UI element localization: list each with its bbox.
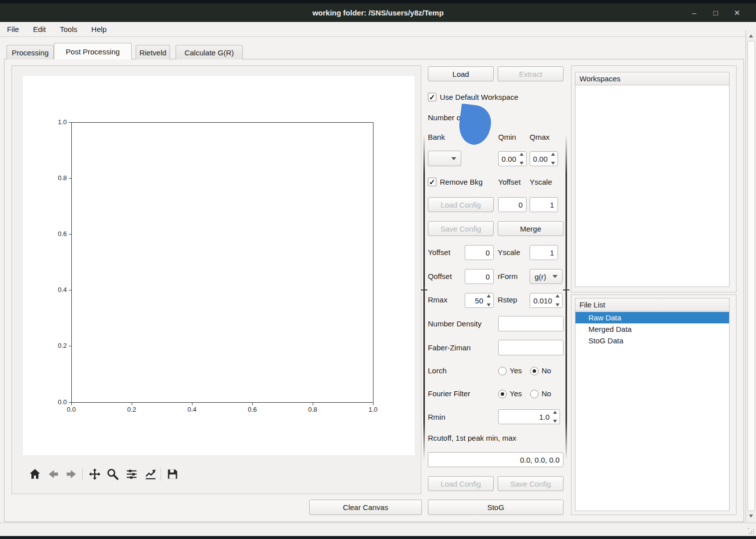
x-tick-label: 0.6: [244, 406, 261, 413]
titlebar[interactable]: working folder: /SNS/users/y8z/Temp: [0, 3, 756, 22]
resize-grip[interactable]: [748, 528, 754, 534]
lorch-label: Lorch: [428, 366, 447, 375]
spin-up-icon[interactable]: [553, 411, 557, 414]
tab-calculate-gr[interactable]: Calculate G(R): [176, 45, 243, 59]
workspaces-list[interactable]: [575, 85, 730, 287]
clear-canvas-button[interactable]: Clear Canvas: [309, 500, 422, 515]
splitter-move-icon: [563, 286, 569, 293]
extract-button: Extract: [498, 66, 564, 81]
merge-button[interactable]: Merge: [498, 221, 564, 236]
rmin-spinbox[interactable]: 1.0: [498, 409, 560, 424]
rstep-spin-buttons[interactable]: [554, 294, 561, 306]
qoffset-label: Qoffset: [428, 272, 452, 280]
left-splitter-handle[interactable]: [423, 135, 425, 460]
qmax-label: Qmax: [530, 133, 550, 141]
x-tick-label: 0.2: [123, 406, 140, 413]
x-tickmark: [192, 403, 192, 405]
rcutoff-label: Rcutoff, 1st peak min, max: [428, 434, 516, 442]
spin-up-icon[interactable]: [487, 294, 491, 297]
home-icon[interactable]: [28, 468, 41, 481]
qmin-spin-buttons[interactable]: [518, 153, 525, 165]
file-list-header: File List: [575, 298, 730, 311]
x-tick-label: 0.4: [184, 406, 200, 413]
file-list-item-merged-data[interactable]: Merged Data: [575, 323, 729, 335]
remove-bkg-checkbox[interactable]: ✓: [428, 178, 436, 186]
spin-up-icon[interactable]: [520, 153, 524, 156]
zoom-icon[interactable]: [106, 468, 119, 481]
tab-processing[interactable]: Processing: [6, 45, 54, 59]
lorch-no-label: No: [542, 366, 551, 375]
file-list-item-raw-data[interactable]: Raw Data: [575, 312, 729, 323]
lorch-no-radio[interactable]: [530, 367, 539, 375]
spin-down-icon[interactable]: [556, 303, 560, 306]
toolbar-separator: [161, 468, 161, 481]
file-list-item-stog-data[interactable]: StoG Data: [575, 335, 729, 346]
fourier-filter-yes-label: Yes: [510, 389, 522, 398]
forward-icon[interactable]: [65, 468, 78, 481]
splitter-move-icon: [421, 286, 427, 293]
rmax-spin-buttons[interactable]: [485, 294, 492, 306]
bkg-yoffset-field[interactable]: 0: [498, 197, 527, 212]
scrollbar-thumb[interactable]: [748, 41, 755, 511]
toolbar-separator: [82, 468, 83, 481]
use-default-workspace-label: Use Default Workspace: [440, 93, 518, 101]
qmax-spin-buttons[interactable]: [550, 153, 557, 165]
qoffset-field[interactable]: 0: [465, 269, 494, 284]
y-tick-label: 1.0: [47, 118, 67, 126]
number-density-field[interactable]: [498, 316, 564, 331]
pan-icon[interactable]: [88, 468, 101, 481]
stog-button[interactable]: StoG: [428, 500, 564, 515]
menu-tools[interactable]: Tools: [60, 25, 77, 33]
load-button[interactable]: Load: [428, 66, 494, 81]
save-icon[interactable]: [166, 468, 179, 481]
x-tickmark: [373, 403, 374, 405]
menu-file[interactable]: File: [7, 25, 19, 33]
spin-down-icon[interactable]: [553, 420, 557, 423]
spin-up-icon[interactable]: [551, 153, 555, 156]
yoffset-field[interactable]: 0: [465, 245, 494, 260]
tab-rietveld[interactable]: Rietveld: [136, 45, 170, 59]
lorch-yes-radio[interactable]: [498, 367, 507, 375]
x-tick-label: 1.0: [365, 406, 381, 413]
spin-down-icon[interactable]: [551, 162, 555, 165]
stog-load-config-button: Load Config: [428, 476, 494, 491]
scroll-down-icon[interactable]: [747, 512, 755, 520]
right-splitter-handle[interactable]: [566, 135, 567, 460]
maximize-button[interactable]: □: [707, 3, 724, 22]
faber-ziman-field[interactable]: [498, 340, 564, 355]
spin-up-icon[interactable]: [556, 294, 560, 297]
spin-down-icon[interactable]: [520, 162, 524, 165]
back-icon[interactable]: [47, 468, 60, 481]
bank-combobox[interactable]: [428, 151, 461, 166]
bkg-yscale-field[interactable]: 1: [530, 197, 558, 212]
x-tick-label: 0.8: [304, 406, 321, 413]
minimize-button[interactable]: –: [686, 3, 703, 22]
y-tickmark: [69, 178, 71, 179]
remove-bkg-label: Remove Bkg: [440, 178, 483, 186]
stog-save-config-button: Save Config: [498, 476, 564, 491]
menubar: File Edit Tools Help: [0, 22, 756, 37]
use-default-workspace-checkbox[interactable]: ✓: [428, 93, 436, 101]
window-title: working folder: /SNS/users/y8z/Temp: [312, 8, 443, 17]
tab-post-processing[interactable]: Post Processing: [54, 43, 132, 59]
fourier-filter-yes-radio[interactable]: [498, 390, 507, 398]
vertical-scrollbar[interactable]: [746, 30, 756, 522]
y-tickmark: [69, 290, 71, 290]
rmin-spin-buttons[interactable]: [552, 411, 559, 423]
yscale-field[interactable]: 1: [530, 245, 558, 260]
window-bottom-edge: [0, 536, 756, 539]
spin-down-icon[interactable]: [487, 303, 491, 306]
rform-combobox[interactable]: g(r): [530, 269, 563, 284]
x-tickmark: [132, 403, 132, 405]
menu-edit[interactable]: Edit: [33, 25, 46, 33]
rcutoff-field[interactable]: 0.0, 0.0, 0.0: [428, 452, 564, 467]
configure-subplots-icon[interactable]: [125, 468, 138, 481]
y-tickmark: [69, 122, 71, 123]
close-button[interactable]: ✕: [729, 3, 746, 22]
menu-help[interactable]: Help: [91, 25, 107, 33]
status-bar: [0, 523, 756, 536]
yoffset-label: Yoffset: [428, 248, 450, 257]
scroll-up-icon[interactable]: [747, 32, 755, 40]
fourier-filter-no-radio[interactable]: [530, 390, 539, 398]
edit-parameters-icon[interactable]: [144, 468, 157, 481]
